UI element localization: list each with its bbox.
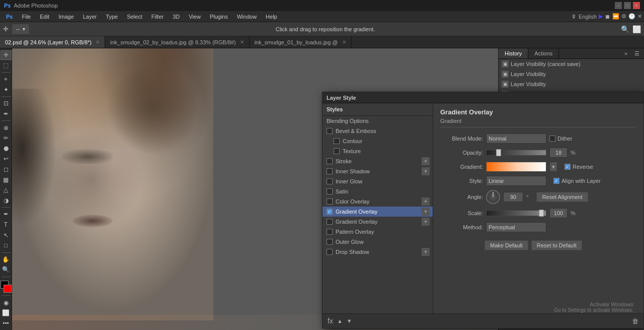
tool-zoom[interactable]: 🔍 — [1, 265, 12, 275]
menu-image[interactable]: Image — [54, 13, 78, 21]
reverse-label[interactable]: ✓ Reverse — [565, 164, 593, 170]
tab-actions[interactable]: Actions — [528, 48, 559, 58]
tool-text[interactable]: T — [1, 220, 12, 230]
menu-plugins[interactable]: Plugins — [206, 13, 232, 21]
tab-close-1[interactable]: ✕ — [240, 39, 244, 45]
tool-blur[interactable]: △ — [1, 185, 12, 195]
tool-extra[interactable]: ••• — [1, 318, 12, 328]
tool-marquee[interactable]: ⬚ — [1, 61, 12, 71]
style-contour[interactable]: Contour — [323, 136, 433, 146]
gradient-overlay-2-add-btn[interactable]: + — [422, 218, 430, 226]
tool-pen[interactable]: ✒ — [1, 210, 12, 219]
style-blending-options[interactable]: Blending Options — [323, 116, 433, 126]
style-satin[interactable]: Satin — [323, 186, 433, 196]
drop-shadow-checkbox[interactable] — [327, 249, 333, 255]
tab-close-2[interactable]: ✕ — [342, 39, 346, 45]
style-color-overlay[interactable]: Color Overlay + — [323, 196, 433, 207]
opacity-slider[interactable] — [486, 150, 546, 156]
menu-help[interactable]: Help — [262, 13, 281, 21]
tool-lasso[interactable]: ⌖ — [1, 75, 12, 84]
stroke-add-btn[interactable]: + — [422, 157, 430, 165]
rewind-btn[interactable]: ⏪ — [612, 13, 619, 20]
style-gradient-overlay-2[interactable]: Gradient Overlay + — [323, 217, 433, 227]
drop-shadow-add-btn[interactable]: + — [422, 248, 430, 256]
stroke-checkbox[interactable] — [327, 158, 333, 164]
close-bar-icon[interactable]: ✕ — [637, 13, 642, 20]
background-color[interactable] — [4, 285, 12, 293]
tool-eyedropper[interactable]: ✒ — [1, 109, 12, 119]
panel-menu-icon[interactable]: ☰ — [632, 48, 642, 58]
style-outer-glow[interactable]: Outer Glow — [323, 237, 433, 247]
scale-slider-thumb[interactable] — [539, 210, 544, 217]
angle-dial[interactable] — [486, 190, 500, 204]
menu-window[interactable]: Window — [233, 13, 261, 21]
inner-shadow-add-btn[interactable]: + — [422, 167, 430, 175]
method-select[interactable]: Perceptual Linear Classic — [486, 222, 546, 232]
tab-02psd[interactable]: 02.psd @ 24.6% (Layer 0, RGB/8*) ✕ — [0, 36, 105, 48]
maximize-button[interactable]: □ — [624, 2, 631, 9]
dither-label[interactable]: Dither — [549, 136, 572, 142]
pattern-overlay-checkbox[interactable] — [327, 229, 333, 235]
move-up-icon[interactable]: ▲ — [337, 318, 343, 324]
style-inner-glow[interactable]: Inner Glow — [323, 176, 433, 186]
style-pattern-overlay[interactable]: Pattern Overlay — [323, 227, 433, 237]
tool-quickselect[interactable]: ✦ — [1, 85, 12, 95]
menu-select[interactable]: Select — [123, 13, 146, 21]
align-layer-label[interactable]: ✓ Align with Layer — [553, 178, 601, 184]
reverse-checkbox[interactable]: ✓ — [565, 164, 571, 170]
menu-view[interactable]: View — [185, 13, 205, 21]
menu-edit[interactable]: Edit — [36, 13, 53, 21]
history-item-1[interactable]: ▣ Layer Visibility — [499, 69, 644, 79]
delete-style-icon[interactable]: 🗑 — [632, 317, 638, 325]
minimize-button[interactable]: – — [615, 2, 622, 9]
bevel-checkbox[interactable] — [327, 128, 333, 134]
color-overlay-add-btn[interactable]: + — [422, 197, 430, 206]
align-layer-checkbox[interactable]: ✓ — [553, 178, 559, 184]
reset-alignment-button[interactable]: Reset Alignment — [536, 192, 588, 202]
stop-btn[interactable]: ⏹ — [605, 14, 610, 20]
history-item-0[interactable]: ▣ Layer Visibility (cancel save) — [499, 59, 644, 69]
gradient-picker[interactable] — [486, 162, 546, 172]
style-gradient-overlay-active[interactable]: ✓ Gradient Overlay + — [323, 207, 433, 217]
tool-heal[interactable]: ⊕ — [1, 123, 12, 133]
outer-glow-checkbox[interactable] — [327, 239, 333, 245]
tool-quick-mask[interactable]: ◉ — [1, 298, 12, 307]
color-overlay-checkbox[interactable] — [327, 199, 333, 205]
search-icon[interactable]: 🔍 — [621, 25, 629, 33]
scale-input[interactable]: 100 — [549, 208, 568, 218]
menu-type[interactable]: Type — [102, 13, 122, 21]
tool-move[interactable]: ✛ — [1, 50, 12, 60]
menu-file[interactable]: File — [18, 13, 35, 21]
transform-mode-select[interactable]: ↔▼ — [12, 24, 30, 35]
satin-checkbox[interactable] — [327, 188, 333, 194]
tab-close-0[interactable]: ✕ — [96, 39, 100, 45]
dither-checkbox[interactable] — [549, 136, 555, 142]
gradient-overlay-checkbox[interactable]: ✓ — [327, 209, 333, 215]
texture-checkbox[interactable] — [334, 148, 340, 154]
menu-filter[interactable]: Filter — [147, 13, 168, 21]
style-bevel-emboss[interactable]: Bevel & Emboss — [323, 126, 433, 136]
inner-glow-checkbox[interactable] — [327, 178, 333, 184]
tab-history[interactable]: History — [499, 48, 528, 58]
tool-shape[interactable]: □ — [1, 241, 12, 250]
record-btn[interactable]: ▶ — [599, 13, 603, 20]
tool-stamp[interactable]: ⬣ — [1, 144, 12, 153]
tool-dodge[interactable]: ◑ — [1, 196, 12, 206]
menu-layer[interactable]: Layer — [79, 13, 101, 21]
gradient-overlay-add-btn[interactable]: + — [422, 208, 430, 216]
opacity-input[interactable]: 18 — [549, 148, 568, 158]
title-bar-controls[interactable]: – □ ✕ — [615, 2, 640, 9]
style-stroke[interactable]: Stroke + — [323, 156, 433, 166]
tool-hand[interactable]: ✋ — [1, 254, 12, 264]
make-default-button[interactable]: Make Default — [485, 240, 528, 250]
tool-gradient[interactable]: ▦ — [1, 175, 12, 184]
tool-brush[interactable]: ✏ — [1, 134, 12, 143]
scale-slider[interactable] — [486, 210, 546, 216]
tool-eraser[interactable]: ◻ — [1, 165, 12, 174]
style-inner-shadow[interactable]: Inner Shadow + — [323, 166, 433, 176]
history-item-2[interactable]: ▣ Layer Visibility — [499, 79, 644, 89]
move-down-icon[interactable]: ▼ — [347, 318, 352, 324]
contour-checkbox[interactable] — [334, 138, 340, 144]
gradient-arrow-btn[interactable]: ▼ — [549, 162, 557, 172]
tool-screen-mode[interactable]: ⬜ — [1, 308, 12, 318]
